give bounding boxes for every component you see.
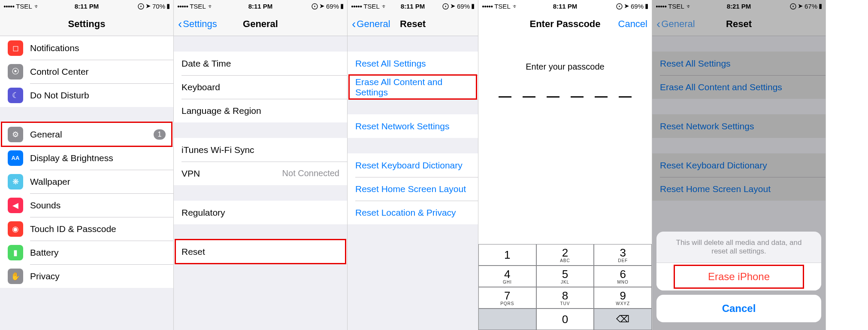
chevron-left-icon: ‹: [352, 18, 356, 30]
highlight-box: [674, 265, 804, 289]
settings-item-privacy[interactable]: ✋Privacy: [0, 264, 173, 288]
control-center-icon: ⦿: [8, 64, 23, 79]
key-backspace[interactable]: ⌫: [594, 309, 652, 330]
numeric-keypad: 1 2ABC 3DEF 4GHI 5JKL 6MNO 7PQRS 8TUV 9W…: [478, 244, 652, 330]
gear-icon: ⚙: [8, 127, 23, 142]
sheet-message: This will delete all media and data, and…: [656, 232, 821, 263]
key-4[interactable]: 4GHI: [478, 266, 536, 287]
back-button[interactable]: ‹General: [656, 18, 695, 30]
badge: 1: [154, 129, 166, 140]
settings-item-control-center[interactable]: ⦿Control Center: [0, 60, 173, 83]
general-item-reset[interactable]: Reset: [174, 240, 347, 263]
key-0[interactable]: 0: [536, 309, 594, 330]
settings-item-do-not-disturb[interactable]: ☾Do Not Disturb: [0, 83, 173, 107]
settings-item-sounds[interactable]: ◀︎Sounds: [0, 193, 173, 217]
screen-settings: ●●●●● TSEL ᯤ 8:11 PM ⨀➤70%▮ Settings ◻︎N…: [0, 0, 174, 330]
key-8[interactable]: 8TUV: [536, 287, 594, 309]
reset-location-privacy[interactable]: Reset Location & Privacy: [348, 201, 478, 224]
general-item-itunes-wifi-sync[interactable]: iTunes Wi-Fi Sync: [174, 138, 347, 162]
battery-icon: ▮: [8, 245, 23, 260]
clock: 8:11 PM: [348, 3, 478, 10]
display-icon: AA: [8, 150, 23, 166]
chevron-left-icon: ‹: [656, 18, 660, 30]
settings-item-display[interactable]: AADisplay & Brightness: [0, 146, 173, 170]
settings-item-notifications[interactable]: ◻︎Notifications: [0, 36, 173, 60]
notifications-icon: ◻︎: [8, 40, 23, 56]
nav-bar: ‹General Reset: [348, 12, 478, 36]
wallpaper-icon: ❋: [8, 174, 23, 189]
key-6[interactable]: 6MNO: [594, 266, 652, 287]
status-bar: ●●●●● TSEL ᯤ 8:11 PM ⨀➤70%▮: [0, 0, 173, 12]
nav-bar: Settings: [0, 12, 173, 36]
moon-icon: ☾: [8, 88, 23, 103]
status-bar: ●●●●● TSEL ᯤ 8:11 PM ⨀➤69%▮: [174, 0, 347, 12]
key-5[interactable]: 5JKL: [536, 266, 594, 287]
screen-passcode: ●●●●● TSEL ᯤ 8:11 PM ⨀➤69%▮ Enter Passco…: [478, 0, 652, 330]
nav-bar: ‹Settings General: [174, 12, 347, 36]
settings-item-wallpaper[interactable]: ❋Wallpaper: [0, 170, 173, 193]
settings-item-touchid[interactable]: ◉Touch ID & Passcode: [0, 217, 173, 241]
back-button[interactable]: ‹Settings: [178, 18, 217, 30]
general-item-keyboard[interactable]: Keyboard: [174, 75, 347, 99]
action-sheet: This will delete all media and data, and…: [656, 232, 821, 327]
general-item-regulatory[interactable]: Regulatory: [174, 201, 347, 224]
screen-reset: ●●●●● TSEL ᯤ 8:11 PM ⨀➤69%▮ ‹General Res…: [348, 0, 478, 330]
nav-bar: Enter Passcode Cancel: [478, 12, 652, 36]
erase-iphone-button[interactable]: Erase iPhone: [656, 263, 821, 290]
general-item-language-region[interactable]: Language & Region: [174, 99, 347, 122]
erase-all-content[interactable]: Erase All Content and Settings: [348, 75, 478, 99]
chevron-left-icon: ‹: [178, 18, 182, 30]
vpn-status: Not Connected: [282, 168, 339, 178]
key-9[interactable]: 9WXYZ: [594, 287, 652, 309]
key-2[interactable]: 2ABC: [536, 244, 594, 266]
clock: 8:11 PM: [478, 3, 652, 10]
general-item-date-time[interactable]: Date & Time: [174, 52, 347, 75]
passcode-prompt: Enter your passcode: [478, 62, 652, 72]
key-empty: [478, 309, 536, 330]
fingerprint-icon: ◉: [8, 221, 23, 237]
status-bar: ●●●●● TSEL ᯤ 8:11 PM ⨀➤69%▮: [478, 0, 652, 12]
general-item-vpn[interactable]: VPNNot Connected: [174, 162, 347, 185]
settings-item-battery[interactable]: ▮Battery: [0, 241, 173, 264]
passcode-dashes: ——————: [478, 89, 652, 104]
cancel-button[interactable]: Cancel: [656, 295, 821, 322]
reset-all-settings[interactable]: Reset All Settings: [348, 52, 478, 75]
backspace-icon: ⌫: [616, 314, 629, 325]
back-button[interactable]: ‹General: [352, 18, 390, 30]
key-3[interactable]: 3DEF: [594, 244, 652, 266]
settings-item-general[interactable]: ⚙ General 1: [0, 122, 173, 146]
screen-erase-confirm: ●●●●● TSEL ᯤ 8:21 PM ⨀➤67%▮ ‹General Res…: [652, 0, 826, 330]
clock: 8:11 PM: [174, 3, 347, 10]
hand-icon: ✋: [8, 269, 23, 284]
clock: 8:11 PM: [0, 3, 173, 10]
screen-general: ●●●●● TSEL ᯤ 8:11 PM ⨀➤69%▮ ‹Settings Ge…: [174, 0, 348, 330]
reset-keyboard-dictionary[interactable]: Reset Keyboard Dictionary: [348, 153, 478, 177]
sounds-icon: ◀︎: [8, 198, 23, 213]
reset-home-screen-layout[interactable]: Reset Home Screen Layout: [348, 177, 478, 201]
reset-network-settings[interactable]: Reset Network Settings: [348, 114, 478, 138]
key-7[interactable]: 7PQRS: [478, 287, 536, 309]
nav-title: Settings: [0, 18, 173, 30]
status-bar: ●●●●● TSEL ᯤ 8:11 PM ⨀➤69%▮: [348, 0, 478, 12]
key-1[interactable]: 1: [478, 244, 536, 266]
cancel-button[interactable]: Cancel: [618, 18, 647, 30]
